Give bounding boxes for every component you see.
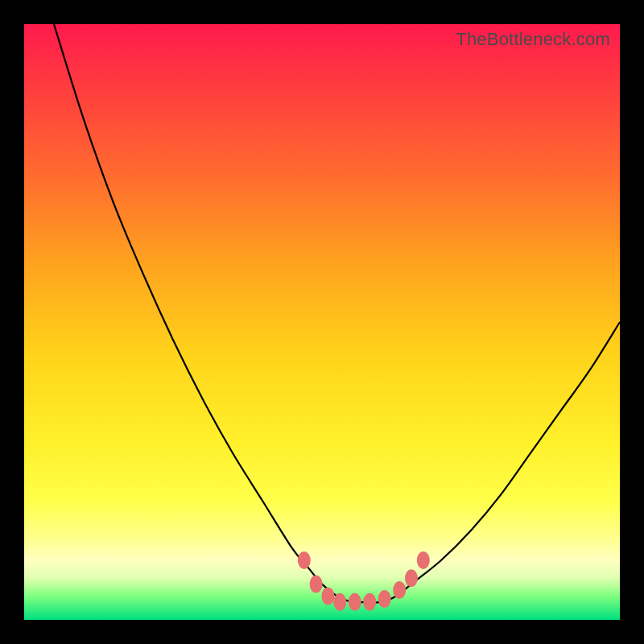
base-markers <box>298 551 430 611</box>
marker-dot <box>333 593 346 611</box>
bottleneck-curve <box>54 24 620 602</box>
chart-frame: TheBottleneck.com <box>0 0 644 644</box>
marker-dot <box>310 576 323 593</box>
marker-dot <box>363 593 376 611</box>
marker-dot <box>349 593 361 611</box>
marker-dot <box>393 581 406 599</box>
marker-dot <box>417 551 430 569</box>
curve-svg <box>24 24 620 620</box>
marker-dot <box>405 569 418 587</box>
marker-dot <box>378 590 391 608</box>
marker-dot <box>321 587 334 605</box>
plot-area: TheBottleneck.com <box>24 24 620 620</box>
marker-dot <box>298 551 311 569</box>
